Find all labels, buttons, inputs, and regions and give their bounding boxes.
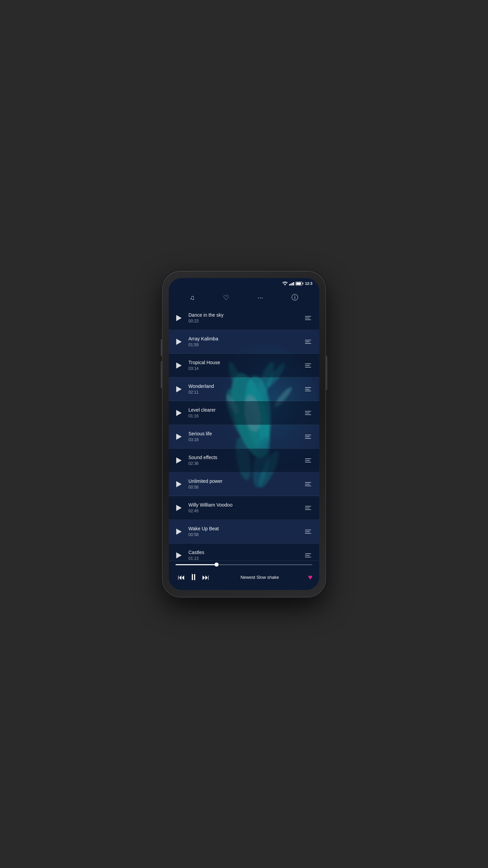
play-button[interactable] <box>174 479 184 489</box>
track-name: Wonderland <box>188 383 302 389</box>
rewind-button[interactable]: ⏮ <box>176 571 187 584</box>
track-info: Array Kalimba 01:59 <box>188 336 302 347</box>
menu-lines <box>305 530 311 534</box>
player-controls: ⏮ ⏸ ⏭ Newest Slow shake ♥ <box>176 570 312 585</box>
menu-line-2 <box>305 413 310 413</box>
menu-line-1 <box>305 530 311 530</box>
menu-line-2 <box>305 531 310 532</box>
track-duration: 02:36 <box>188 461 302 466</box>
menu-line-1 <box>305 482 311 483</box>
play-triangle <box>176 339 182 345</box>
track-item[interactable]: Willy William Voodoo 02:45 <box>169 496 319 520</box>
track-item[interactable]: Wonderland 02:11 <box>169 377 319 401</box>
play-button[interactable] <box>174 432 184 441</box>
track-info: Castles 01:13 <box>188 550 302 560</box>
volume-up-button[interactable] <box>161 361 162 388</box>
track-info: Wonderland 02:11 <box>188 383 302 395</box>
track-item[interactable]: Castles 01:13 <box>169 544 319 560</box>
pause-button[interactable]: ⏸ <box>187 570 200 585</box>
track-info: Serious life 03:18 <box>188 431 302 442</box>
progress-track[interactable] <box>176 564 312 565</box>
track-menu-button[interactable] <box>302 361 314 370</box>
menu-line-2 <box>305 389 310 390</box>
track-duration: 01:13 <box>188 556 302 560</box>
track-list: Dance in the sky 00:23 Array Kalimba 01:… <box>169 306 319 560</box>
track-name: Serious life <box>188 431 302 436</box>
track-menu-button[interactable] <box>302 503 314 513</box>
menu-lines <box>305 553 311 557</box>
menu-line-1 <box>305 506 311 507</box>
menu-lines <box>305 506 311 510</box>
menu-lines <box>305 482 311 486</box>
track-name: Level clearer <box>188 407 302 413</box>
track-item[interactable]: Level clearer 01:16 <box>169 401 319 425</box>
favorite-button[interactable]: ♥ <box>308 573 312 582</box>
fast-forward-button[interactable]: ⏭ <box>200 571 211 584</box>
play-triangle <box>176 434 182 440</box>
progress-fill <box>176 564 217 565</box>
track-item[interactable]: Tropical House 03:14 <box>169 354 319 377</box>
play-button[interactable] <box>174 313 184 323</box>
track-name: Castles <box>188 550 302 555</box>
track-name: Tropical House <box>188 360 302 365</box>
track-menu-button[interactable] <box>302 337 314 347</box>
menu-line-1 <box>305 435 311 435</box>
menu-lines <box>305 340 311 344</box>
volume-down-button[interactable] <box>161 339 162 356</box>
menu-line-2 <box>305 436 310 437</box>
play-button[interactable] <box>174 408 184 418</box>
track-menu-button[interactable] <box>302 551 314 560</box>
track-name: Willy William Voodoo <box>188 502 302 508</box>
track-duration: 00:58 <box>188 532 302 537</box>
menu-line-1 <box>305 553 311 554</box>
phone-wrapper: 12:3 ♫ ♡ ··· ⓘ <box>163 271 325 597</box>
track-duration: 01:16 <box>188 414 302 418</box>
power-button[interactable] <box>326 356 327 390</box>
track-item[interactable]: Sound effects 02:36 <box>169 449 319 472</box>
track-info: Dance in the sky 00:23 <box>188 312 302 323</box>
menu-line-1 <box>305 316 311 317</box>
now-playing-label: Newest Slow shake <box>211 575 308 580</box>
play-button[interactable] <box>174 337 184 347</box>
track-menu-button[interactable] <box>302 313 314 323</box>
top-nav: ♫ ♡ ··· ⓘ <box>169 289 319 306</box>
menu-line-1 <box>305 387 311 388</box>
track-menu-button[interactable] <box>302 408 314 418</box>
track-menu-button[interactable] <box>302 456 314 465</box>
info-icon[interactable]: ⓘ <box>291 293 298 302</box>
track-item[interactable]: Wake Up Beat 00:58 <box>169 520 319 544</box>
menu-line-1 <box>305 363 311 364</box>
track-item[interactable]: Dance in the sky 00:23 <box>169 306 319 330</box>
track-name: Dance in the sky <box>188 312 302 318</box>
menu-line-3 <box>305 486 311 486</box>
status-icons: 12:3 <box>282 281 312 285</box>
track-item[interactable]: Array Kalimba 01:59 <box>169 330 319 354</box>
track-info: Wake Up Beat 00:58 <box>188 526 302 537</box>
heart-nav-icon[interactable]: ♡ <box>223 294 229 302</box>
play-triangle <box>176 362 182 369</box>
menu-line-3 <box>305 557 311 557</box>
track-name: Wake Up Beat <box>188 526 302 531</box>
track-item[interactable]: Unlimited power 00:56 <box>169 472 319 496</box>
play-button[interactable] <box>174 527 184 536</box>
play-button[interactable] <box>174 384 184 394</box>
menu-line-2 <box>305 484 310 485</box>
track-name: Unlimited power <box>188 478 302 484</box>
menu-lines <box>305 458 311 462</box>
music-icon[interactable]: ♫ <box>190 294 195 301</box>
track-menu-button[interactable] <box>302 479 314 489</box>
play-button[interactable] <box>174 503 184 513</box>
phone-screen: 12:3 ♫ ♡ ··· ⓘ <box>169 278 319 590</box>
play-triangle <box>176 386 182 392</box>
track-menu-button[interactable] <box>302 384 314 394</box>
track-menu-button[interactable] <box>302 527 314 536</box>
track-item[interactable]: Serious life 03:18 <box>169 425 319 449</box>
wifi-icon <box>282 281 288 285</box>
menu-lines <box>305 411 311 415</box>
menu-line-3 <box>305 391 311 391</box>
track-menu-button[interactable] <box>302 432 314 441</box>
play-button[interactable] <box>174 361 184 370</box>
play-button[interactable] <box>174 456 184 465</box>
more-icon[interactable]: ··· <box>258 294 263 301</box>
play-button[interactable] <box>174 551 184 560</box>
